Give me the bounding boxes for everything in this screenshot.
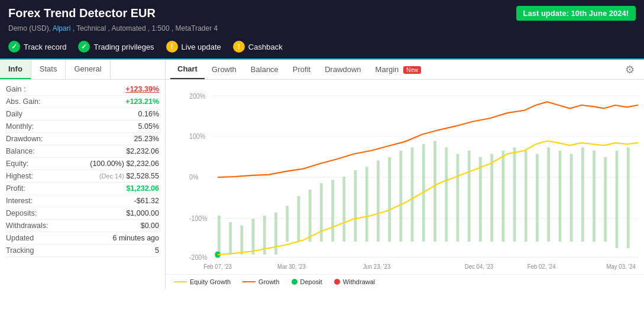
interest-label: Interest:: [6, 197, 33, 205]
svg-rect-36: [513, 148, 516, 242]
chart-svg: 200% 100% 0% -100% -200%: [189, 86, 638, 274]
svg-rect-29: [433, 141, 436, 242]
tab-general[interactable]: General: [66, 60, 110, 79]
trading-privileges-icon: ✓: [78, 41, 90, 53]
svg-rect-17: [297, 196, 300, 242]
svg-rect-35: [501, 151, 504, 242]
main-content: Info Stats General Gain : +123.39% Abs. …: [0, 58, 644, 289]
drawdown-label: Drawdown:: [6, 135, 43, 143]
withdrawals-row: Withdrawals: $0.00: [6, 220, 159, 232]
svg-rect-33: [479, 157, 482, 242]
badge-trading-privileges: ✓ Trading privileges: [78, 41, 154, 53]
svg-rect-38: [536, 154, 539, 242]
tab-stats[interactable]: Stats: [31, 60, 66, 79]
daily-value: 0.16%: [138, 110, 159, 118]
tab-info[interactable]: Info: [0, 60, 31, 79]
left-tabs: Info Stats General: [0, 60, 165, 80]
equity-value: (100.00%) $2,232.06: [90, 160, 159, 168]
track-record-icon: ✓: [8, 41, 20, 53]
svg-rect-13: [252, 219, 255, 255]
subheader: Demo (USD), Alpari , Technical , Automat…: [0, 24, 644, 37]
right-tabs: Chart Growth Balance Profit Drawdown Mar…: [166, 60, 644, 80]
withdrawals-label: Withdrawals:: [6, 222, 48, 230]
live-update-label: Live update: [182, 43, 221, 51]
svg-rect-16: [286, 206, 289, 242]
profit-value: $1,232.06: [126, 184, 159, 193]
svg-rect-37: [525, 151, 528, 242]
svg-rect-21: [342, 177, 345, 242]
abs-gain-label: Abs. Gain:: [6, 97, 40, 106]
badge-live-update: ! Live update: [166, 41, 221, 53]
tab-profit[interactable]: Profit: [286, 60, 318, 79]
svg-rect-43: [593, 151, 596, 242]
chart-legend: Equity Growth Growth Deposit Withdrawal: [166, 274, 644, 289]
chart-area: 200% 100% 0% -100% -200%: [166, 80, 644, 274]
svg-rect-27: [411, 148, 414, 242]
svg-rect-20: [331, 180, 334, 242]
balance-row: Balance: $2,232.06: [6, 145, 159, 158]
withdrawal-dot-icon: [334, 279, 340, 285]
profit-row: Profit: $1,232.06: [6, 183, 159, 195]
svg-rect-46: [627, 148, 630, 249]
balance-value: $2,232.06: [126, 147, 159, 155]
svg-rect-45: [616, 151, 619, 248]
broker-link[interactable]: Alpari: [53, 24, 71, 32]
badge-cashback: ! Cashback: [233, 41, 283, 53]
svg-text:Feb 02, '24: Feb 02, '24: [528, 263, 556, 271]
equity-growth-label: Equity Growth: [190, 278, 231, 285]
new-badge: New: [403, 66, 421, 74]
tab-balance[interactable]: Balance: [244, 60, 286, 79]
svg-rect-22: [354, 170, 357, 242]
svg-text:Dec 04, '23: Dec 04, '23: [465, 263, 493, 271]
updated-label: Updated: [6, 234, 34, 242]
legend-withdrawal: Withdrawal: [334, 278, 375, 285]
svg-text:May 03, '24: May 03, '24: [607, 263, 636, 271]
equity-label: Equity:: [6, 160, 28, 168]
live-update-icon: !: [166, 41, 178, 53]
equity-row: Equity: (100.00%) $2,232.06: [6, 158, 159, 170]
cashback-label: Cashback: [248, 43, 283, 51]
abs-gain-row: Abs. Gain: +123.21%: [6, 96, 159, 108]
svg-rect-12: [240, 226, 243, 255]
svg-rect-11: [229, 222, 232, 255]
tab-growth[interactable]: Growth: [205, 60, 244, 79]
svg-rect-23: [365, 167, 368, 242]
withdrawal-label: Withdrawal: [343, 278, 375, 285]
monthly-label: Monthly:: [6, 122, 34, 131]
gain-label: Gain :: [6, 85, 25, 93]
left-panel: Info Stats General Gain : +123.39% Abs. …: [0, 60, 166, 289]
equity-growth-line-icon: [174, 281, 187, 282]
svg-rect-15: [274, 213, 277, 255]
svg-text:200%: 200%: [189, 92, 205, 100]
drawdown-row: Drawdown: 25.23%: [6, 133, 159, 145]
tab-margin[interactable]: Margin New: [368, 60, 428, 79]
settings-icon[interactable]: ⚙: [620, 61, 639, 79]
svg-text:-100%: -100%: [189, 214, 208, 222]
highest-amount: $2,528.55: [126, 172, 159, 180]
svg-rect-24: [377, 161, 380, 242]
highest-date: (Dec 14): [99, 172, 124, 180]
svg-rect-32: [468, 151, 471, 242]
cashback-icon: !: [233, 41, 245, 53]
trading-privileges-label: Trading privileges: [93, 43, 154, 51]
deposits-row: Deposits: $1,000.00: [6, 207, 159, 220]
svg-text:Jun 23, '23: Jun 23, '23: [363, 263, 391, 271]
last-update-badge: Last update: 10th June 2024!: [516, 6, 636, 21]
svg-rect-41: [570, 154, 573, 242]
svg-rect-31: [457, 154, 459, 242]
tab-chart[interactable]: Chart: [170, 60, 205, 79]
tracking-value: 5: [155, 246, 159, 255]
svg-text:-200%: -200%: [189, 253, 208, 261]
abs-gain-value: +123.21%: [125, 97, 159, 106]
track-record-label: Track record: [24, 43, 66, 51]
equity-pct: (100.00%): [90, 160, 124, 168]
svg-rect-42: [581, 148, 584, 242]
interest-row: Interest: -$61.32: [6, 195, 159, 207]
deposits-value: $1,000.00: [126, 209, 159, 217]
page-title: Forex Trend Detector EUR: [8, 6, 156, 20]
legend-equity-growth: Equity Growth: [174, 278, 231, 285]
badges-bar: ✓ Track record ✓ Trading privileges ! Li…: [0, 37, 644, 58]
deposit-label: Deposit: [300, 278, 322, 285]
badge-track-record: ✓ Track record: [8, 41, 66, 53]
tab-drawdown[interactable]: Drawdown: [318, 60, 368, 79]
